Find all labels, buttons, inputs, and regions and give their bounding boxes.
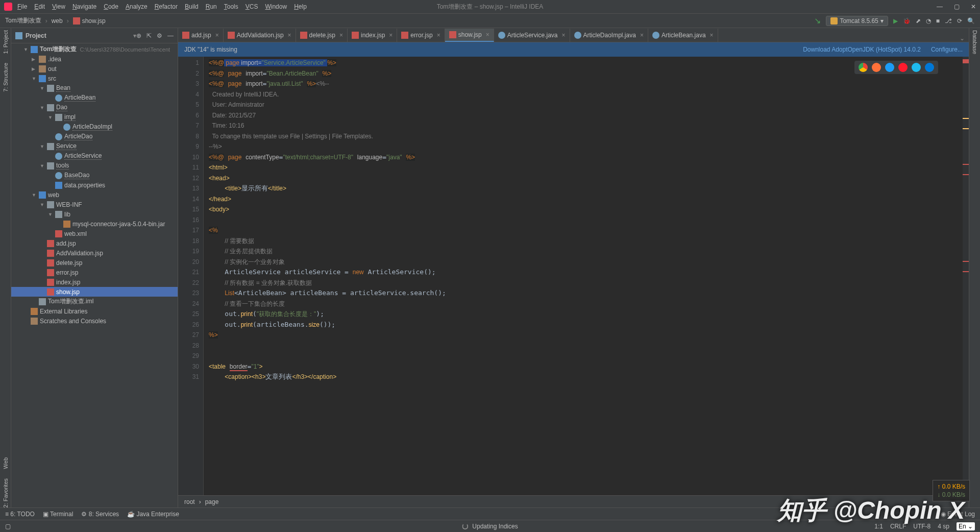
editor-tab[interactable]: ArticleDaoImpl.java× [570,29,648,42]
maximize-icon[interactable]: ▢ [954,3,960,10]
debug-button[interactable]: 🐞 [903,17,911,25]
tree-item[interactable]: ▼Dao [11,103,178,112]
firefox-icon[interactable] [872,63,881,72]
ie-icon[interactable] [912,63,921,72]
menu-window[interactable]: Window [265,3,287,10]
line-number[interactable]: 15 [178,204,199,215]
tree-item[interactable]: show.jsp [11,287,178,297]
tree-item[interactable]: delete.jsp [11,258,178,268]
line-number[interactable]: 14 [178,194,199,205]
tree-item[interactable]: ▼Service [11,141,178,151]
line-number[interactable]: 28 [178,341,199,351]
coverage-button[interactable]: ⬈ [916,17,921,25]
tree-item[interactable]: error.jsp [11,268,178,277]
tree-item[interactable]: AddValidation.jsp [11,248,178,258]
editor-tab[interactable]: ArticleService.java× [494,29,570,42]
settings-icon[interactable]: ⚙ [157,32,162,39]
tree-toggle-icon[interactable]: ▶ [32,57,37,62]
tree-item[interactable]: ArticleBean [11,93,178,103]
tree-item[interactable]: ArticleDao [11,132,178,141]
breadcrumb-folder[interactable]: web [52,17,63,25]
tool-favorites[interactable]: 2: Favorites [3,478,9,507]
tree-item[interactable]: ▶out [11,64,178,74]
line-number[interactable]: 13 [178,183,199,194]
safari-icon[interactable] [885,63,894,72]
tree-toggle-icon[interactable]: ▼ [23,47,29,52]
tree-item[interactable]: ▼lib [11,209,178,219]
line-number[interactable]: 20 [178,257,199,268]
stop-button[interactable]: ■ [936,17,940,25]
chrome-icon[interactable] [859,63,868,72]
menu-file[interactable]: File [17,3,27,10]
close-tab-icon[interactable]: × [339,32,343,39]
tree-toggle-icon[interactable]: ▼ [48,212,53,217]
run-config-selector[interactable]: Tomcat 8.5.65 ▾ [826,16,888,26]
build-icon[interactable]: ↘ [814,16,821,26]
line-number[interactable]: 26 [178,320,199,330]
close-icon[interactable]: ✕ [971,3,976,10]
update-button[interactable]: ⟳ [957,17,962,25]
menu-tools[interactable]: Tools [224,3,238,10]
line-number[interactable]: 6 [178,110,199,121]
tree-item[interactable]: ArticleService [11,151,178,161]
tree-item[interactable]: web.xml [11,229,178,238]
hide-icon[interactable]: — [167,32,174,39]
line-number[interactable]: 9 [178,141,199,152]
editor-tab[interactable]: show.jsp× [445,29,494,42]
crumb-root[interactable]: root [184,498,195,505]
tree-toggle-icon[interactable]: ▼ [32,76,37,81]
run-button[interactable]: ▶ [893,17,898,25]
profiler-button[interactable]: ◔ [926,17,931,25]
tool-project[interactable]: 1: Project [3,30,9,54]
error-stripe[interactable] [963,57,969,495]
close-tab-icon[interactable]: × [486,31,489,38]
line-gutter[interactable]: 1234567891011121314151617181920212223242… [178,57,204,495]
tree-item[interactable]: index.jsp [11,277,178,287]
tree-toggle-icon[interactable]: ▼ [40,163,45,168]
code-editor[interactable]: <%@ page import="Service.ArticleService"… [204,57,963,495]
breadcrumb-file[interactable]: show.jsp [82,17,106,25]
tree-item[interactable]: Scratches and Consoles [11,316,178,326]
line-number[interactable]: 24 [178,299,199,309]
tree-item[interactable]: ▶.idea [11,54,178,64]
opera-icon[interactable] [898,63,908,72]
tree-item[interactable]: ▼src [11,74,178,83]
configure-link[interactable]: Configure... [931,46,963,53]
line-number[interactable]: 18 [178,236,199,247]
close-tab-icon[interactable]: × [640,32,644,39]
tree-toggle-icon[interactable]: ▼ [40,202,45,207]
line-number[interactable]: 10 [178,152,199,163]
menu-vcs[interactable]: VCS [246,3,258,10]
tree-toggle-icon[interactable]: ▼ [40,86,45,91]
collapse-icon[interactable]: ⇱ [146,32,152,39]
tree-item[interactable]: ▼impl [11,112,178,122]
tool-terminal[interactable]: ▣ Terminal [43,511,73,518]
line-number[interactable]: 27 [178,330,199,341]
tree-item[interactable]: data.properties [11,180,178,190]
tool-web[interactable]: Web [3,457,9,469]
close-tab-icon[interactable]: × [710,32,714,39]
editor-tab[interactable]: add.jsp× [178,29,224,42]
close-tab-icon[interactable]: × [437,32,440,39]
git-button[interactable]: ⎇ [945,17,952,25]
tree-toggle-icon[interactable]: ▼ [40,105,45,110]
tree-item[interactable]: ArticleDaoImpl [11,122,178,132]
line-number[interactable]: 22 [178,278,199,288]
tree-toggle-icon[interactable]: ▼ [32,192,37,198]
toggle-tools-icon[interactable]: ▢ [5,523,11,530]
search-button[interactable]: 🔍 [967,17,975,25]
tree-item[interactable]: Tom增删改查.iml [11,297,178,306]
tool-structure[interactable]: 7: Structure [3,63,9,92]
line-number[interactable]: 31 [178,372,199,382]
more-tabs-icon[interactable]: ⌄ [955,35,969,42]
menu-analyze[interactable]: Analyze [126,3,148,10]
tree-item[interactable]: ▼tools [11,161,178,171]
line-number[interactable]: 11 [178,162,199,173]
line-number[interactable]: 23 [178,288,199,299]
tool-todo[interactable]: ≡ 6: TODO [5,511,35,518]
locate-icon[interactable]: ⊕ [136,32,141,39]
tree-item[interactable]: mysql-connector-java-5.0.4-bin.jar [11,219,178,229]
line-number[interactable]: 30 [178,361,199,372]
tool-javaee[interactable]: ☕ Java Enterprise [127,511,179,518]
line-number[interactable]: 29 [178,351,199,361]
